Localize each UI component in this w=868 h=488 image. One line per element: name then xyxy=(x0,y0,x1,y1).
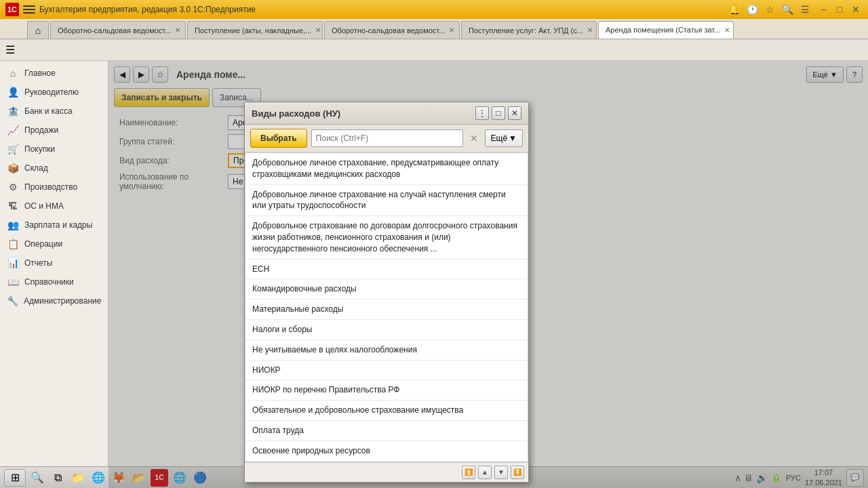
sidebar-item-zarplata[interactable]: 👥 Зарплата и кадры xyxy=(0,216,108,235)
sidebar-item-rukovoditelyu[interactable]: 👤 Руководителю xyxy=(0,83,108,102)
tab-close-icon[interactable]: ✕ xyxy=(587,26,593,34)
hamburger-menu-icon[interactable] xyxy=(23,3,35,16)
app-title: Бухгалтерия предприятия, редакция 3.0 1С… xyxy=(39,5,724,14)
modal-title: Виды расходов (НУ) xyxy=(252,108,340,119)
tab-oborotno-1[interactable]: Оборотно-сальдовая ведомост... ✕ xyxy=(50,21,186,39)
start-button[interactable]: ⊞ xyxy=(4,469,26,487)
maximize-button[interactable]: □ xyxy=(833,3,846,16)
sidebar-item-proizvodstvo[interactable]: ⚙ Производство xyxy=(0,178,108,197)
modal-titlebar: Виды расходов (НУ) ⋮ □ ✕ xyxy=(245,102,528,125)
modal-close-button[interactable]: ✕ xyxy=(508,106,521,120)
scroll-up-button[interactable]: ▲ xyxy=(478,466,492,479)
sidebar-item-label: Банк и касса xyxy=(24,106,73,116)
purchases-icon: 🛒 xyxy=(7,144,19,155)
taskview-icon[interactable]: ⧉ xyxy=(49,469,66,487)
top-bar: 1С Бухгалтерия предприятия, редакция 3.0… xyxy=(0,0,868,19)
user-icon: 👤 xyxy=(7,87,19,98)
minimize-button[interactable]: − xyxy=(816,3,830,16)
list-item[interactable]: НИОКР по перечню Правительства РФ xyxy=(245,380,528,401)
sidebar-item-label: Покупки xyxy=(24,144,55,154)
tab-label: Поступление услуг: Акт, УПД (с... xyxy=(469,26,583,35)
modal-title-controls: ⋮ □ ✕ xyxy=(475,106,521,120)
menu-icon[interactable]: ☰ xyxy=(799,3,811,16)
secondary-toolbar: ☰ xyxy=(0,39,868,61)
close-button[interactable]: ✕ xyxy=(849,3,863,16)
hr-icon: 👥 xyxy=(7,220,19,230)
scroll-first-button[interactable]: ⏫ xyxy=(462,466,475,479)
sidebar-item-label: Склад xyxy=(24,163,48,173)
sidebar-item-label: Отчеты xyxy=(24,258,52,268)
list-item[interactable]: Оплата труда xyxy=(245,421,528,441)
list-item[interactable]: Освоение природных ресурсов xyxy=(245,441,528,462)
tab-close-icon[interactable]: ✕ xyxy=(175,26,180,34)
search-taskbar-icon[interactable]: 🔍 xyxy=(28,469,46,487)
win-controls: − □ ✕ xyxy=(816,3,863,16)
sidebar-item-os-nma[interactable]: 🏗 ОС и НМА xyxy=(0,197,108,216)
sidebar-item-admin[interactable]: 🔧 Администрирование xyxy=(0,291,108,310)
list-item[interactable]: Добровольное личное страхование, предусм… xyxy=(245,153,528,185)
modal-search-input[interactable] xyxy=(311,129,463,147)
list-item[interactable]: Добровольное страхование по договорам до… xyxy=(245,216,528,259)
tabs-row: ⌂ Оборотно-сальдовая ведомост... ✕ Посту… xyxy=(0,19,868,39)
modal-list: Добровольное личное страхование, предусм… xyxy=(245,152,528,462)
sidebar-item-label: Справочники xyxy=(24,277,74,287)
sidebar-item-pokupki[interactable]: 🛒 Покупки xyxy=(0,140,108,159)
modal-context-menu-button[interactable]: ⋮ xyxy=(475,106,489,120)
explorer-icon[interactable]: 📁 xyxy=(69,469,87,487)
tab-postuplenie-2[interactable]: Поступление услуг: Акт, УПД (с... ✕ xyxy=(461,21,597,39)
tab-label: Поступление (акты, накладные,... xyxy=(195,26,311,35)
sidebar-item-label: Зарплата и кадры xyxy=(24,220,92,230)
modal-toolbar: Выбрать ✕ Ещё ▼ xyxy=(245,125,528,152)
sidebar-item-spravochniki[interactable]: 📖 Справочники xyxy=(0,272,108,291)
sidebar-item-operacii[interactable]: 📋 Операции xyxy=(0,235,108,253)
app-logo: 1С xyxy=(5,3,19,16)
tab-postuplenie-1[interactable]: Поступление (акты, накладные,... ✕ xyxy=(187,21,323,39)
scroll-down-button[interactable]: ▼ xyxy=(494,466,508,479)
tab-label: Аренда помещения (Статья зат... xyxy=(606,26,720,34)
sidebar-item-bank[interactable]: 🏦 Банк и касса xyxy=(0,102,108,121)
sidebar-item-glavnoe[interactable]: ⌂ Главное xyxy=(0,64,108,83)
list-item[interactable]: Обязательное и добровольное страхование … xyxy=(245,401,528,421)
window-controls: 🔔 🕐 ☆ 🔍 ☰ − □ ✕ xyxy=(728,3,863,16)
sidebar-item-label: Руководителю xyxy=(24,87,79,97)
sidebar-item-prodazhi[interactable]: 📈 Продажи xyxy=(0,121,108,140)
edge-icon[interactable]: 🌐 xyxy=(90,469,107,487)
clock-icon[interactable]: 🕐 xyxy=(746,3,758,16)
modal-vidy-raskhodov: Виды расходов (НУ) ⋮ □ ✕ Выбрать ✕ Ещё ▼… xyxy=(244,102,529,483)
tab-arenda[interactable]: Аренда помещения (Статья зат... ✕ xyxy=(598,21,734,39)
list-item[interactable]: НИОКР xyxy=(245,361,528,381)
search-icon[interactable]: 🔍 xyxy=(781,3,793,16)
tab-close-icon[interactable]: ✕ xyxy=(724,26,730,34)
content-area: ◀ ▶ ☆ Аренда поме... Ещё ▼ ? Записать и … xyxy=(108,61,868,488)
list-item[interactable]: Материальные расходы xyxy=(245,300,528,320)
modal-maximize-button[interactable]: □ xyxy=(492,106,505,120)
list-item[interactable]: ЕСН xyxy=(245,260,528,280)
sidebar-item-label: ОС и НМА xyxy=(24,201,64,211)
list-item[interactable]: Налоги и сборы xyxy=(245,320,528,340)
tab-close-icon[interactable]: ✕ xyxy=(315,26,321,34)
star-icon[interactable]: ☆ xyxy=(764,3,776,16)
assets-icon: 🏗 xyxy=(7,201,19,211)
modal-select-button[interactable]: Выбрать xyxy=(250,129,307,148)
more-arrow-icon: ▼ xyxy=(509,134,517,143)
list-item[interactable]: Не учитываемые в целях налогообложения xyxy=(245,340,528,361)
modal-search-clear-button[interactable]: ✕ xyxy=(467,131,481,145)
tab-oborotno-2[interactable]: Оборотно-сальдовая ведомост... ✕ xyxy=(324,21,460,39)
home-tab[interactable]: ⌂ xyxy=(27,21,49,39)
sidebar-item-otchety[interactable]: 📊 Отчеты xyxy=(0,253,108,272)
sidebar-item-label: Главное xyxy=(24,68,56,78)
sidebar-item-label: Производство xyxy=(24,182,77,192)
scroll-last-button[interactable]: ⏬ xyxy=(511,466,524,479)
sidebar-item-sklad[interactable]: 📦 Склад xyxy=(0,159,108,178)
modal-more-button[interactable]: Ещё ▼ xyxy=(485,129,523,147)
sidebar-item-label: Продажи xyxy=(24,125,58,135)
tab-close-icon[interactable]: ✕ xyxy=(449,26,454,34)
bell-icon[interactable]: 🔔 xyxy=(728,3,741,16)
bank-icon: 🏦 xyxy=(7,106,19,117)
warehouse-icon: 📦 xyxy=(7,163,19,174)
list-item[interactable]: Командировочные расходы xyxy=(245,279,528,300)
list-item[interactable]: Добровольное личное страхование на случа… xyxy=(245,185,528,217)
reports-icon: 📊 xyxy=(7,258,19,268)
sidebar-toggle-icon[interactable]: ☰ xyxy=(5,43,15,56)
sidebar: ⌂ Главное 👤 Руководителю 🏦 Банк и касса … xyxy=(0,61,108,488)
